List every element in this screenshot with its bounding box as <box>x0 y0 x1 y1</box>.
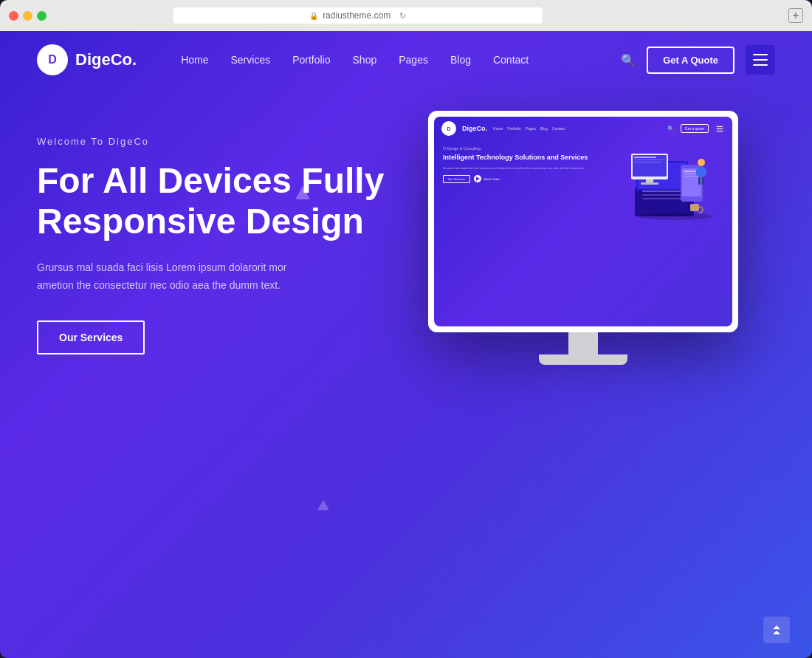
logo-text: DigeCo. <box>75 50 137 69</box>
new-tab-button[interactable]: + <box>788 8 803 23</box>
minimize-button[interactable] <box>23 11 32 21</box>
mini-watch-text: Watch Video <box>484 177 500 181</box>
mini-buttons: Our Services Watch Video <box>443 175 620 183</box>
mini-hero-content: IT Design & Consulting Intelligent Techn… <box>434 140 732 226</box>
mini-watch-button: Watch Video <box>474 175 500 182</box>
site-logo[interactable]: D DigeCo. <box>37 44 137 75</box>
menu-line-2 <box>753 59 768 61</box>
fullscreen-button[interactable] <box>37 11 47 21</box>
scroll-up-arrow-1 <box>773 626 780 629</box>
address-bar[interactable]: 🔒 radiustheme.com ↻ <box>173 7 543 24</box>
hero-visual: D DigeCo. Home Portfolio Pages Blog Cont… <box>391 103 775 365</box>
svg-rect-13 <box>696 168 700 176</box>
mini-nav-contact: Contact <box>552 126 565 131</box>
mini-menu-line-2 <box>717 128 723 129</box>
svg-rect-14 <box>703 168 706 176</box>
mini-desc: Grursus mal suada faci lisis Lorem ipsum… <box>443 166 620 171</box>
get-quote-button[interactable]: Get A Quote <box>647 47 734 74</box>
decorative-triangle-2 <box>317 500 329 510</box>
monitor-stand <box>428 332 738 365</box>
lock-icon: 🔒 <box>309 12 318 20</box>
svg-point-25 <box>639 213 712 220</box>
browser-window: 🔒 radiustheme.com ↻ + D DigeCo. Home Ser… <box>0 0 812 658</box>
monitor-body: D DigeCo. Home Portfolio Pages Blog Cont… <box>428 111 738 332</box>
mini-nav-blog: Blog <box>540 126 548 131</box>
mini-play-icon <box>474 175 481 182</box>
monitor-screen: D DigeCo. Home Portfolio Pages Blog Cont… <box>434 117 732 326</box>
hero-description: Grursus mal suada faci lisis Lorem ipsum… <box>37 259 303 295</box>
main-navigation: D DigeCo. Home Services Portfolio Shop P… <box>0 31 812 89</box>
mini-services-button: Our Services <box>443 175 470 183</box>
refresh-icon[interactable]: ↻ <box>399 11 406 21</box>
hero-section: Welcome To DigeCo For All Devices Fully … <box>0 89 812 394</box>
mini-search-icon: 🔍 <box>667 126 675 132</box>
svg-rect-5 <box>642 198 687 199</box>
monitor-base <box>539 354 627 365</box>
scroll-up-arrow-2 <box>773 631 780 634</box>
svg-rect-21 <box>634 157 656 158</box>
search-icon[interactable]: 🔍 <box>621 53 636 67</box>
device-illustration-svg <box>627 146 723 220</box>
mini-play-triangle <box>476 177 480 181</box>
svg-rect-24 <box>690 204 699 211</box>
svg-rect-15 <box>698 177 701 185</box>
svg-rect-18 <box>633 155 667 177</box>
svg-rect-23 <box>634 162 662 162</box>
our-services-button[interactable]: Our Services <box>37 321 145 354</box>
mini-nav-portfolio: Portfolio <box>507 126 520 131</box>
nav-home[interactable]: Home <box>181 54 208 66</box>
mini-nav-pages: Pages <box>526 126 536 131</box>
browser-chrome: 🔒 radiustheme.com ↻ + <box>0 0 812 31</box>
svg-rect-8 <box>684 171 697 172</box>
nav-portfolio[interactable]: Portfolio <box>292 54 330 66</box>
traffic-lights <box>9 11 47 21</box>
mini-nav-home: Home <box>493 126 503 131</box>
logo-icon: D <box>37 44 68 75</box>
mini-device-mockup <box>627 146 723 220</box>
url-text: radiustheme.com <box>323 10 390 21</box>
mini-quote-button: Get a quote <box>681 124 709 133</box>
website-content: D DigeCo. Home Services Portfolio Shop P… <box>0 31 812 658</box>
scroll-up-arrows <box>773 626 780 634</box>
nav-links-list: Home Services Portfolio Shop Pages Blog … <box>181 53 621 66</box>
mini-logo-text: DigeCo. <box>462 125 487 132</box>
close-button[interactable] <box>9 11 18 21</box>
svg-rect-20 <box>641 182 658 185</box>
nav-contact[interactable]: Contact <box>493 54 529 66</box>
mini-menu-icon <box>715 124 725 133</box>
svg-rect-10 <box>684 176 698 177</box>
mini-nav-links: Home Portfolio Pages Blog Contact <box>493 126 661 131</box>
hero-text-content: Welcome To DigeCo For All Devices Fully … <box>37 114 391 354</box>
mini-title: Intelligent Technology Solutions and Ser… <box>443 154 620 162</box>
mini-subtitle: IT Design & Consulting <box>443 146 620 151</box>
mini-logo-icon: D <box>441 121 456 136</box>
mini-hero-text: IT Design & Consulting Intelligent Techn… <box>443 146 620 183</box>
nav-blog[interactable]: Blog <box>450 54 471 66</box>
menu-line-3 <box>753 64 768 66</box>
menu-line-1 <box>753 54 768 55</box>
monitor-neck <box>568 332 598 354</box>
svg-rect-3 <box>642 191 687 192</box>
mini-menu-line-1 <box>717 126 723 127</box>
scroll-up-button[interactable] <box>763 617 790 643</box>
hero-title: For All Devices Fully Responsive Design <box>37 160 391 241</box>
nav-actions: 🔍 Get A Quote <box>621 45 775 75</box>
svg-rect-22 <box>634 160 665 160</box>
monitor-mockup: D DigeCo. Home Portfolio Pages Blog Cont… <box>428 111 738 365</box>
mini-navigation: D DigeCo. Home Portfolio Pages Blog Cont… <box>434 117 732 140</box>
browser-actions: + <box>788 8 803 23</box>
svg-point-11 <box>698 159 705 166</box>
nav-pages[interactable]: Pages <box>399 54 428 66</box>
mini-menu-line-3 <box>717 131 723 131</box>
svg-rect-4 <box>642 194 687 196</box>
nav-services[interactable]: Services <box>230 54 270 66</box>
hamburger-menu-button[interactable] <box>746 45 775 75</box>
hero-welcome-text: Welcome To DigeCo <box>37 136 391 147</box>
nav-shop[interactable]: Shop <box>353 54 377 66</box>
svg-rect-16 <box>702 177 704 185</box>
